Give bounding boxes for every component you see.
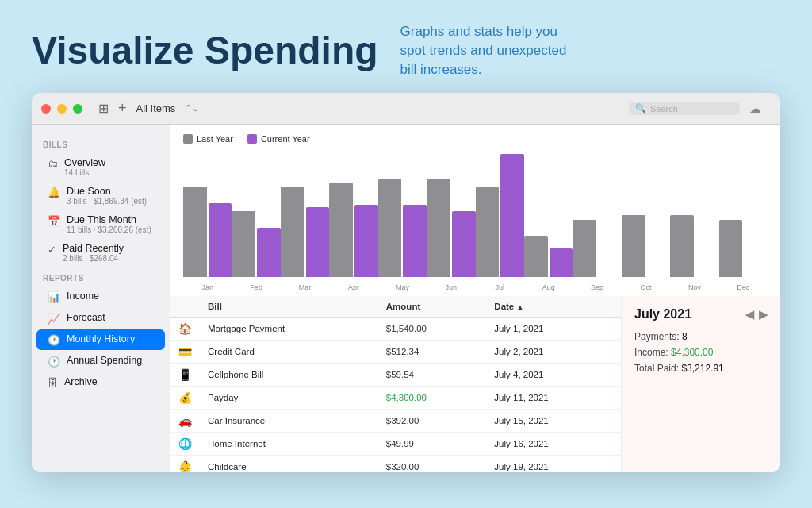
bills-section-label: Bills <box>32 134 170 152</box>
archive-icon: 🗄 <box>48 377 58 389</box>
row-amount: $512.34 <box>378 341 487 364</box>
bar-last-year-nov <box>670 215 694 277</box>
bar-group-apr: Apr <box>329 183 377 277</box>
row-bill: Cellphone Bill <box>200 364 378 387</box>
sidebar-toggle-icon[interactable]: ⊞ <box>98 101 109 116</box>
bar-group-nov: Nov <box>670 215 718 277</box>
bar-last-year-dec <box>719 220 743 277</box>
row-bill: Childcare <box>200 456 378 473</box>
sidebar-item-annual-spending[interactable]: 🕐 Annual Spending <box>36 351 165 371</box>
table-row[interactable]: 🚗Car Insurance$392.00July 15, 2021 <box>170 410 621 433</box>
due-this-month-sub: 11 bills · $3,200.26 (est) <box>67 225 151 234</box>
bar-label-may: May <box>396 283 409 291</box>
sidebar-item-forecast[interactable]: 📈 Forecast <box>36 308 165 329</box>
table-row[interactable]: 🏠Mortgage Payment$1,540.00July 1, 2021 <box>170 318 621 341</box>
payments-value: 8 <box>682 331 688 342</box>
due-this-month-label: Due This Month <box>67 214 151 225</box>
row-date: July 16, 2021 <box>486 433 621 456</box>
income-label: Income <box>67 291 99 302</box>
sidebar-item-paid-recently[interactable]: ✓ Paid Recently 2 bills · $268.04 <box>36 239 165 267</box>
bar-label-sep: Sep <box>591 283 603 291</box>
detail-month: July 2021 ◀ ▶ <box>634 307 768 321</box>
row-icon: 💳 <box>170 341 200 364</box>
table-area: Bill Amount Date ▲ 🏠Mortgage Payment$1,5… <box>170 296 780 472</box>
maximize-button[interactable] <box>73 104 82 114</box>
col-amount-header: Amount <box>378 296 487 318</box>
row-bill: Mortgage Payment <box>200 318 378 341</box>
due-soon-sub: 3 bills · $1,869.34 (est) <box>67 197 147 206</box>
bar-last-year-oct <box>622 215 645 277</box>
bar-group-oct: Oct <box>622 215 670 277</box>
bar-label-jul: Jul <box>495 283 504 291</box>
bar-label-apr: Apr <box>348 283 359 291</box>
table-row[interactable]: 🌐Home Internet$49.99July 16, 2021 <box>170 433 621 456</box>
bar-current-year-jun <box>452 211 476 277</box>
col-bill-header: Bill <box>200 296 378 318</box>
row-date: July 15, 2021 <box>486 410 621 433</box>
legend-purple-dot <box>247 134 257 144</box>
bar-group-mar: Mar <box>281 187 329 277</box>
minimize-button[interactable] <box>57 104 67 114</box>
sidebar-item-overview[interactable]: 🗂 Overview 14 bills <box>36 153 165 181</box>
table-row[interactable]: 💳Credit Card$512.34July 2, 2021 <box>170 341 621 364</box>
bar-label-feb: Feb <box>250 283 262 291</box>
row-date: July 1, 2021 <box>486 318 621 341</box>
chevron-icon: ⌃⌄ <box>185 103 199 114</box>
table-header-row: Bill Amount Date ▲ <box>170 296 621 318</box>
search-placeholder: Search <box>650 104 678 114</box>
bar-label-jun: Jun <box>446 283 458 291</box>
total-paid-row: Total Paid: $3,212.91 <box>634 363 768 374</box>
next-month-button[interactable]: ▶ <box>759 308 768 321</box>
sidebar-item-income[interactable]: 📊 Income <box>36 287 165 307</box>
row-bill: Home Internet <box>200 433 378 456</box>
bar-current-year-feb <box>257 228 281 277</box>
row-amount: $49.99 <box>378 433 487 456</box>
forecast-icon: 📈 <box>48 313 60 325</box>
table-row[interactable]: 👶Childcare$320.00July 19, 2021 <box>170 456 621 473</box>
title-bar: ⊞ + All Items ⌃⌄ 🔍 Search ☁ <box>32 93 780 125</box>
row-date: July 19, 2021 <box>486 456 621 473</box>
sidebar-item-monthly-history[interactable]: 🕐 Monthly History <box>36 329 165 350</box>
legend-gray-dot <box>183 134 193 144</box>
prev-month-button[interactable]: ◀ <box>745 308 754 321</box>
chart-area: Last Year Current Year JanFebMarAprMayJu… <box>170 125 780 296</box>
right-panel: Last Year Current Year JanFebMarAprMayJu… <box>170 125 780 472</box>
archive-label: Archive <box>64 376 98 387</box>
close-button[interactable] <box>41 104 51 114</box>
bar-group-jul: Jul <box>476 154 524 277</box>
reports-section-label: Reports <box>32 267 170 286</box>
forecast-label: Forecast <box>67 312 105 323</box>
bar-current-year-mar <box>306 207 330 277</box>
bar-group-may: May <box>378 179 427 277</box>
all-items-label[interactable]: All Items <box>136 102 176 114</box>
bar-last-year-jul <box>476 187 500 277</box>
row-icon: 🚗 <box>170 410 200 433</box>
search-bar[interactable]: 🔍 Search <box>629 102 740 115</box>
main-content: Bills 🗂 Overview 14 bills 🔔 Due Soon 3 b… <box>32 125 780 472</box>
month-nav: ◀ ▶ <box>745 308 768 321</box>
paid-recently-sub: 2 bills · $268.04 <box>63 254 124 263</box>
income-row: Income: $4,300.00 <box>634 347 768 358</box>
table-row[interactable]: 💰Payday$4,300.00July 11, 2021 <box>170 387 621 410</box>
bar-label-oct: Oct <box>640 283 651 291</box>
add-icon[interactable]: + <box>118 100 127 117</box>
bar-last-year-may <box>378 179 402 277</box>
search-icon: 🔍 <box>635 103 646 114</box>
row-amount: $392.00 <box>378 410 487 433</box>
table-row[interactable]: 📱Cellphone Bill$59.54July 4, 2021 <box>170 364 621 387</box>
sidebar-item-archive[interactable]: 🗄 Archive <box>36 372 165 393</box>
bar-label-jan: Jan <box>201 283 213 291</box>
sidebar-item-due-soon[interactable]: 🔔 Due Soon 3 bills · $1,869.34 (est) <box>36 182 165 210</box>
bar-last-year-aug <box>524 236 548 277</box>
overview-label: Overview <box>64 157 105 168</box>
bar-last-year-jan <box>183 187 207 277</box>
row-icon: 🌐 <box>170 433 200 456</box>
app-window: ⊞ + All Items ⌃⌄ 🔍 Search ☁ Bills 🗂 Over… <box>32 93 780 472</box>
sidebar-item-due-this-month[interactable]: 📅 Due This Month 11 bills · $3,200.26 (e… <box>36 210 165 238</box>
bar-group-aug: Aug <box>524 236 573 277</box>
income-value: $4,300.00 <box>671 347 713 358</box>
bar-last-year-feb <box>232 211 255 277</box>
row-icon: 🏠 <box>170 318 200 341</box>
bar-last-year-jun <box>427 179 450 277</box>
monthly-history-label: Monthly History <box>67 333 135 344</box>
